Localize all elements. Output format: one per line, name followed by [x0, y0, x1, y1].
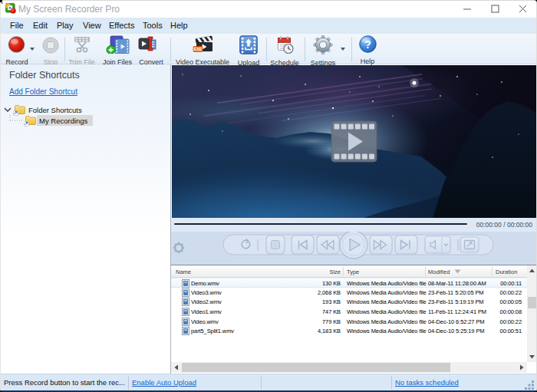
- svg-text:?: ?: [364, 38, 371, 51]
- svg-text:EXE: EXE: [193, 47, 202, 51]
